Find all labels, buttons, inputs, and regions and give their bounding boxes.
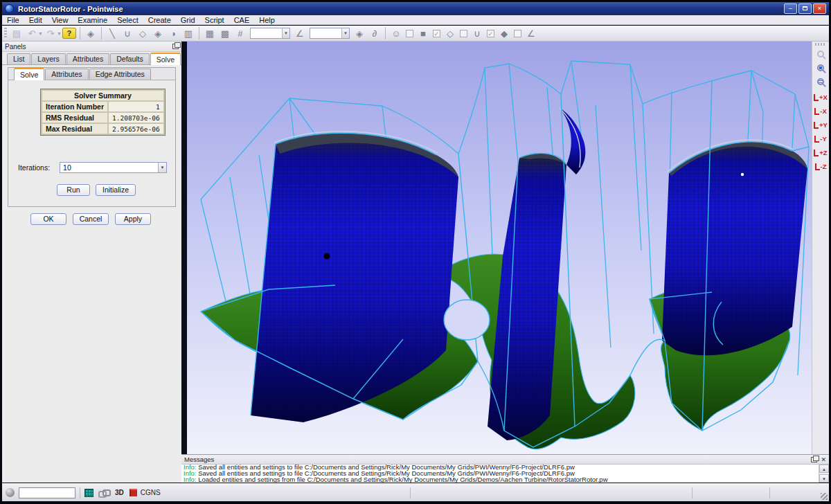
view-minus-y-label: -Y xyxy=(820,136,827,143)
close-button[interactable]: × xyxy=(813,3,826,14)
apply-button[interactable]: Apply xyxy=(115,213,151,225)
cube-icon[interactable]: ■ xyxy=(416,26,430,40)
menu-select[interactable]: Select xyxy=(112,16,143,24)
close-icon[interactable]: ✕ xyxy=(821,456,826,463)
chevron-down-icon[interactable]: ▼ xyxy=(158,163,166,172)
viewport-3d-scene[interactable] xyxy=(187,42,812,454)
two-point-curve-icon[interactable]: ╲ xyxy=(105,26,119,40)
save-icon[interactable]: ▤ xyxy=(10,26,24,40)
messages-scrollbar[interactable]: ▲ ▼ xyxy=(819,465,829,483)
connector-visibility-icon[interactable]: ∪ xyxy=(470,26,484,40)
domain-visibility-checkbox[interactable] xyxy=(460,30,467,37)
angle-icon[interactable]: ∠ xyxy=(293,26,307,40)
view-plus-z-button[interactable]: +Z xyxy=(814,147,827,156)
zoom-extents-icon[interactable] xyxy=(817,78,824,85)
menu-help[interactable]: Help xyxy=(254,16,280,24)
surface-icon[interactable]: ◇ xyxy=(136,26,150,40)
toolbar-grip[interactable] xyxy=(815,43,826,46)
chevron-down-icon[interactable]: ▼ xyxy=(282,28,289,38)
spacing-icon[interactable]: ◆ xyxy=(497,26,511,40)
restore-button[interactable] xyxy=(798,3,812,14)
tab-layers[interactable]: Layers xyxy=(31,53,66,64)
status-input[interactable] xyxy=(19,487,75,498)
dimension-mode-badge: 3D xyxy=(115,489,124,496)
messages-titlebar[interactable]: Messages ✕ xyxy=(181,455,829,465)
draw-curve-icon[interactable]: ∪ xyxy=(120,26,134,40)
menu-edit[interactable]: Edit xyxy=(24,16,47,24)
float-panel-icon[interactable] xyxy=(172,44,179,49)
status-indicator-icon xyxy=(6,488,15,497)
panel-splitter[interactable] xyxy=(181,42,187,454)
structured-grid-icon[interactable]: ▦ xyxy=(203,26,217,40)
initialize-button[interactable]: Initialize xyxy=(96,184,136,196)
menu-create[interactable]: Create xyxy=(143,16,176,24)
resize-grip[interactable] xyxy=(821,493,828,500)
unstructured-grid-icon[interactable]: ▩ xyxy=(218,26,232,40)
domain-icon[interactable]: ◈ xyxy=(151,26,165,40)
undo-dropdown-icon[interactable]: ▼ xyxy=(38,31,43,36)
toolbar-grip[interactable] xyxy=(4,28,7,39)
title-bar[interactable]: RotorStatorRotor - Pointwise – × xyxy=(2,2,829,15)
block-icon[interactable]: ▥ xyxy=(181,26,195,40)
block-visibility-checkbox[interactable]: ✓ xyxy=(433,30,440,37)
tab-list[interactable]: List xyxy=(7,53,30,64)
redo-dropdown-icon[interactable]: ▼ xyxy=(57,31,62,36)
mask-icon[interactable]: ☺ xyxy=(389,26,403,40)
panels-dock: Panels List Layers Attributes Defaults S… xyxy=(2,42,181,483)
derivative-icon[interactable]: ∂ xyxy=(368,26,382,40)
menu-examine[interactable]: Examine xyxy=(73,16,112,24)
vector-icon[interactable]: ∠ xyxy=(524,26,538,40)
dimension-combo[interactable]: ▼ xyxy=(250,28,290,39)
dimension-icon[interactable]: # xyxy=(233,26,247,40)
tab-solve[interactable]: Solve xyxy=(150,53,181,65)
chevron-down-icon[interactable]: ▼ xyxy=(341,28,349,38)
iterations-combobox[interactable]: 10 ▼ xyxy=(60,162,167,173)
log-text: Loaded entities and settings from file C… xyxy=(197,476,608,483)
menu-view[interactable]: View xyxy=(47,16,73,24)
solver-summary-table: Solver Summary Iteration Number 1 RMS Re… xyxy=(40,89,166,136)
tab-defaults[interactable]: Defaults xyxy=(110,53,150,64)
cancel-button[interactable]: Cancel xyxy=(73,213,109,225)
scroll-down-icon[interactable]: ▼ xyxy=(819,474,829,483)
link-icon[interactable] xyxy=(98,489,109,496)
surface-visibility-icon[interactable]: ◇ xyxy=(443,26,457,40)
grid-mode-icon[interactable] xyxy=(84,489,93,497)
spacing-visibility-checkbox[interactable] xyxy=(514,30,521,37)
view-minus-z-button[interactable]: -Z xyxy=(815,161,827,170)
zoom-box-icon[interactable] xyxy=(817,64,824,71)
view-plus-x-button[interactable]: +X xyxy=(814,91,828,101)
solve-icon[interactable]: ◈ xyxy=(352,26,366,40)
redo-icon[interactable]: ↷ xyxy=(44,26,57,40)
scroll-up-icon[interactable]: ▲ xyxy=(819,465,829,473)
float-panel-icon[interactable] xyxy=(811,457,817,462)
tab-attributes[interactable]: Attributes xyxy=(66,53,109,64)
help-icon[interactable]: ? xyxy=(62,28,76,39)
panels-dock-titlebar[interactable]: Panels xyxy=(2,42,181,52)
minimize-button[interactable]: – xyxy=(784,3,797,14)
subtab-edge-attributes[interactable]: Edge Attributes xyxy=(89,69,151,80)
subtab-solve[interactable]: Solve xyxy=(14,68,44,80)
menu-grid[interactable]: Grid xyxy=(176,16,200,24)
view-minus-y-button[interactable]: -Y xyxy=(814,133,827,143)
assemble-icon[interactable]: ◈ xyxy=(84,26,98,40)
menu-file[interactable]: File xyxy=(2,16,24,24)
menu-script[interactable]: Script xyxy=(200,16,229,24)
database-visibility-checkbox[interactable] xyxy=(406,30,413,37)
ok-button[interactable]: OK xyxy=(30,213,66,225)
axis-icon xyxy=(814,150,819,156)
menu-cae[interactable]: CAE xyxy=(229,16,255,24)
view-plus-z-label: +Z xyxy=(819,150,827,156)
log-line: Info: Loaded entities and settings from … xyxy=(184,477,819,483)
view-plus-y-button[interactable]: +Y xyxy=(814,119,828,129)
connector-visibility-checkbox[interactable]: ✓ xyxy=(487,30,494,37)
zoom-undo-icon[interactable] xyxy=(817,51,824,57)
angle-combo[interactable]: ▼ xyxy=(310,28,350,39)
toolbar-separator xyxy=(101,27,102,39)
subtab-attributes[interactable]: Attributes xyxy=(45,69,88,80)
run-button[interactable]: Run xyxy=(57,184,90,196)
selected-point-marker[interactable] xyxy=(324,253,330,260)
view-minus-x-button[interactable]: -X xyxy=(814,105,827,115)
trim-icon[interactable]: ◑ xyxy=(166,26,180,40)
undo-icon[interactable]: ↶ xyxy=(25,26,39,40)
axis-icon xyxy=(814,136,819,143)
